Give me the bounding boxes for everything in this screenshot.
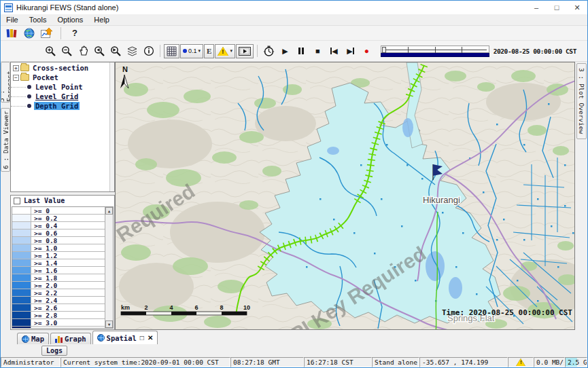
app-window: Hikurangi FEWS (Stand alone) – □ ✕ File … bbox=[0, 0, 588, 368]
tree-item-depth-grid[interactable]: Depth Grid bbox=[11, 102, 114, 110]
status-warning[interactable] bbox=[508, 357, 534, 367]
zoom-previous-button[interactable] bbox=[92, 43, 107, 59]
legend-row[interactable]: >= 2.4 bbox=[12, 297, 105, 304]
status-bar: Administrator Current system time:2020-0… bbox=[1, 357, 587, 367]
legend-row[interactable]: >= 3.2 bbox=[12, 327, 105, 328]
menu-file[interactable]: File bbox=[1, 15, 24, 24]
tree-item-level-grid[interactable]: Level Grid bbox=[11, 92, 114, 100]
scroll-up-icon[interactable]: ▲ bbox=[105, 207, 113, 215]
legend-row[interactable]: >= 2.8 bbox=[12, 312, 105, 319]
record-button[interactable]: ● bbox=[359, 43, 375, 59]
maximize-button[interactable]: □ bbox=[547, 1, 567, 14]
timeseries-display-icon[interactable] bbox=[40, 26, 54, 40]
color-swatch bbox=[12, 215, 31, 221]
svg-text:km: km bbox=[121, 304, 130, 311]
color-swatch bbox=[12, 207, 31, 214]
legend-row[interactable]: >= 1.6 bbox=[12, 267, 105, 274]
play-button[interactable]: ▶ bbox=[277, 43, 293, 59]
classification-dropdown[interactable]: 0.1 ▾ bbox=[180, 44, 203, 58]
time-slider-thumb[interactable] bbox=[382, 47, 386, 53]
scroll-down-icon[interactable]: ▼ bbox=[105, 320, 113, 328]
legend-scrollbar[interactable]: ▲ ▼ bbox=[105, 207, 113, 328]
color-swatch bbox=[12, 327, 31, 328]
logs-button[interactable]: Logs bbox=[41, 346, 67, 356]
tree-item-pocket[interactable]: − Pocket bbox=[11, 73, 114, 81]
globe-icon bbox=[22, 335, 29, 343]
warnings-dropdown[interactable]: ▾ bbox=[215, 44, 235, 58]
legend-row[interactable]: >= 0.8 bbox=[12, 237, 105, 244]
legend-row[interactable]: >= 3.0 bbox=[12, 319, 105, 327]
expand-icon[interactable]: + bbox=[13, 65, 19, 71]
color-swatch bbox=[12, 267, 31, 274]
color-swatch bbox=[12, 259, 31, 266]
tab-plot-overview[interactable]: 3 : Plot Overview bbox=[576, 63, 587, 139]
tab-map[interactable]: Map bbox=[17, 333, 49, 344]
color-swatch bbox=[12, 252, 31, 259]
time-slider[interactable] bbox=[381, 43, 489, 58]
globe-icon bbox=[97, 334, 105, 342]
tab-forecast[interactable]: 5 : Forecast bbox=[1, 62, 10, 103]
map-canvas: API Key Required API Key Required Hikura… bbox=[116, 62, 575, 330]
legend-row[interactable]: >= 2.6 bbox=[12, 304, 105, 312]
logs-browser-icon[interactable] bbox=[5, 26, 18, 40]
close-button[interactable]: ✕ bbox=[567, 1, 587, 14]
tree-item-cross-section[interactable]: + Cross-section bbox=[11, 64, 114, 72]
grid-toggle-button[interactable] bbox=[164, 44, 179, 58]
map-display-icon[interactable] bbox=[22, 26, 36, 40]
menu-options[interactable]: Options bbox=[52, 15, 88, 24]
color-swatch bbox=[12, 274, 31, 281]
zoom-next-button[interactable] bbox=[108, 43, 124, 59]
minimize-button[interactable]: – bbox=[526, 1, 547, 14]
status-system-time: Current system time:2020-09-01 00:00 CST bbox=[60, 357, 230, 367]
grid-icon bbox=[167, 46, 177, 56]
app-icon bbox=[4, 3, 13, 12]
map-viewport[interactable]: API Key Required API Key Required Hikura… bbox=[115, 62, 575, 330]
chevron-down-icon: ▾ bbox=[230, 48, 232, 54]
tree-scrollbar[interactable] bbox=[109, 62, 114, 191]
legend-row[interactable]: >= 0 bbox=[12, 207, 105, 215]
legend-panel: Last Value >= 0 >= 0.2 >= 0.4 >= 0.6 >= … bbox=[10, 195, 115, 330]
legend-row[interactable]: >= 2.0 bbox=[12, 282, 105, 289]
maximize-panel-icon[interactable]: □ bbox=[140, 334, 144, 342]
next-frame-button[interactable]: ▶ bbox=[343, 43, 358, 59]
tab-spatial[interactable]: Spatial □ ✕ bbox=[92, 331, 158, 344]
legend-row[interactable]: >= 1.4 bbox=[12, 259, 105, 267]
labels-toggle-button[interactable]: E bbox=[204, 44, 214, 58]
svg-text:4: 4 bbox=[169, 304, 173, 311]
pan-hand-button[interactable] bbox=[75, 43, 91, 59]
animation-timer-button[interactable] bbox=[261, 43, 277, 59]
color-swatch bbox=[12, 229, 31, 236]
color-swatch bbox=[12, 297, 31, 303]
zoom-out-button[interactable] bbox=[59, 43, 75, 59]
warning-icon bbox=[218, 47, 228, 56]
chevron-down-icon: ▾ bbox=[198, 48, 201, 54]
zoom-in-button[interactable] bbox=[43, 43, 58, 59]
legend-row[interactable]: >= 0.2 bbox=[12, 215, 105, 222]
legend-row[interactable]: >= 0.4 bbox=[12, 222, 105, 229]
menu-tools[interactable]: Tools bbox=[24, 15, 52, 24]
last-value-checkbox[interactable] bbox=[14, 198, 20, 204]
info-button[interactable] bbox=[141, 43, 156, 59]
close-panel-icon[interactable]: ✕ bbox=[148, 334, 153, 342]
pause-button[interactable] bbox=[294, 43, 309, 59]
legend-row[interactable]: >= 1.2 bbox=[12, 252, 105, 259]
legend-row[interactable]: >= 2.2 bbox=[12, 289, 105, 297]
help-button[interactable]: ? bbox=[68, 26, 82, 40]
stop-button[interactable]: ■ bbox=[310, 43, 326, 59]
tab-data-viewer[interactable]: 6 : Data Viewer bbox=[1, 108, 10, 172]
tree-item-level-point[interactable]: Level Point bbox=[11, 83, 114, 91]
svg-text:2: 2 bbox=[144, 304, 148, 311]
export-movie-button[interactable] bbox=[236, 44, 254, 58]
legend-row[interactable]: >= 1.8 bbox=[12, 274, 105, 282]
folder-icon bbox=[20, 74, 29, 81]
layers-button[interactable] bbox=[124, 43, 140, 59]
status-download-rate: 0.0 MB/s bbox=[534, 357, 565, 367]
legend-row[interactable]: >= 0.6 bbox=[12, 229, 105, 237]
menu-help[interactable]: Help bbox=[88, 15, 115, 24]
svg-text:8: 8 bbox=[220, 304, 223, 311]
legend-row[interactable]: >= 1.0 bbox=[12, 244, 105, 252]
collapse-icon[interactable]: − bbox=[13, 75, 19, 81]
node-bullet-icon bbox=[27, 85, 31, 89]
tab-graph[interactable]: Graph bbox=[50, 333, 91, 344]
previous-frame-button[interactable]: ◀ bbox=[326, 43, 342, 59]
